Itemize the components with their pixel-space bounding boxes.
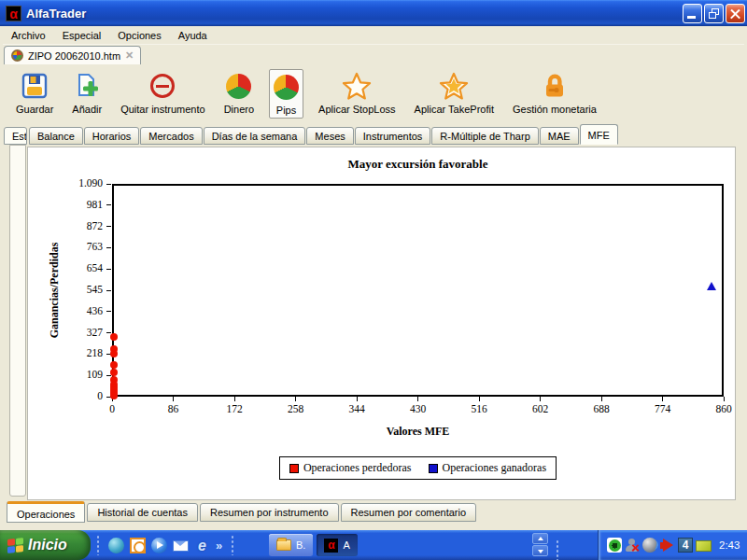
graphics-card-icon[interactable] (696, 540, 712, 552)
tab-horarios[interactable]: Horarios (84, 127, 140, 145)
app-logo-icon: α (6, 6, 21, 21)
y-tick-label: 0 (54, 390, 103, 401)
y-tick (106, 247, 111, 248)
x-tick (662, 397, 663, 401)
tab-mae[interactable]: MAE (540, 127, 579, 145)
gestion-monetaria-button[interactable]: Gestión monetaria (509, 69, 600, 117)
grip-handle[interactable] (96, 535, 100, 555)
guardar-button[interactable]: Guardar (12, 69, 57, 117)
data-point-operaciones-ganadoras (707, 282, 716, 290)
restore-button[interactable] (704, 4, 724, 23)
pips-button[interactable]: Pips (269, 69, 303, 119)
quitar-instrumento-button[interactable]: Quitar instrumento (117, 69, 208, 117)
tab-instrumentos[interactable]: Instrumentos (355, 127, 431, 145)
taskbar-button-b[interactable]: B. (269, 534, 313, 556)
tab-mercados[interactable]: Mercados (140, 127, 202, 145)
x-tick-label: 86 (153, 403, 194, 414)
y-tick-label: 872 (54, 220, 103, 231)
quicklaunch-overflow-chevron[interactable]: » (216, 539, 222, 553)
title-bar: α AlfaTrader (0, 0, 747, 26)
antivirus-eye-icon[interactable] (607, 538, 622, 553)
x-tick (234, 397, 235, 401)
legend-item-operaciones-ganadoras: Operaciones ganadoras (429, 461, 547, 475)
volume-horn-icon[interactable] (660, 538, 675, 553)
y-tick (106, 269, 111, 270)
x-tick-label: 602 (520, 403, 561, 414)
offline-user-icon[interactable] (625, 538, 640, 553)
x-tick (173, 397, 174, 401)
menu-opciones[interactable]: Opciones (109, 28, 169, 43)
close-button[interactable] (726, 4, 745, 23)
data-point-operaciones-perdedoras (110, 350, 118, 357)
menu-especial[interactable]: Especial (54, 28, 110, 43)
start-button[interactable]: Inicio (0, 530, 91, 560)
y-tick-label: 545 (54, 284, 103, 295)
y-tick (106, 184, 111, 185)
document-tab[interactable]: ZIPO 20062010.htm ✕ (4, 46, 141, 64)
document-tab-label: ZIPO 20062010.htm (28, 50, 120, 62)
anadir-button[interactable]: Añadir (68, 69, 106, 117)
x-tick (479, 397, 480, 401)
tab-balance[interactable]: Balance (29, 127, 83, 145)
aplicar-stoploss-button[interactable]: Aplicar StopLoss (315, 69, 400, 117)
view-tab-bar: EstBalanceHorariosMercadosDías de la sem… (3, 124, 744, 145)
x-tick-label: 430 (398, 403, 439, 414)
menu-archivo[interactable]: Archivo (3, 28, 54, 43)
sphere-icon[interactable] (108, 538, 124, 553)
taskbar-buttons: B. α A (269, 534, 358, 556)
tab-meses[interactable]: Meses (306, 127, 353, 145)
data-point-operaciones-perdedoras (110, 361, 118, 369)
tab-historial-de-cuentas[interactable]: Historial de cuentas (87, 503, 198, 522)
x-tick (540, 397, 541, 401)
y-tick (106, 226, 111, 227)
grip-handle[interactable] (231, 535, 234, 555)
menu-bar: Archivo Especial Opciones Ayuda (3, 26, 744, 45)
y-tick-label: 1.090 (54, 177, 103, 189)
tab-resumen-por-instrumento[interactable]: Resumen por instrumento (200, 503, 339, 522)
chart-legend: Operaciones perdedorasOperaciones ganado… (112, 456, 724, 480)
media-player-icon[interactable] (151, 538, 167, 553)
y-tick-label: 109 (54, 369, 103, 380)
minimize-button[interactable] (683, 4, 702, 23)
start-button-label: Inicio (28, 537, 67, 553)
internet-explorer-icon[interactable]: e (194, 538, 210, 553)
taskbar-button-alfatrader[interactable]: α A (317, 534, 357, 556)
x-tick-label: 172 (214, 403, 255, 414)
x-tick (295, 397, 296, 401)
y-tick-label: 436 (54, 305, 103, 316)
chart-title: Mayor excursión favorable (112, 157, 724, 172)
document-tab-row: ZIPO 20062010.htm ✕ (3, 45, 744, 64)
scroll-down-button[interactable] (532, 545, 548, 556)
folder-icon (276, 539, 291, 551)
legend-swatch (289, 464, 299, 473)
dinero-button[interactable]: Dinero (220, 69, 258, 117)
star-filled-icon (439, 71, 469, 101)
pie-chart-icon (274, 72, 299, 102)
menu-ayuda[interactable]: Ayuda (170, 28, 216, 43)
chart-panel: Mayor excursión favorable Ganancias/Perd… (27, 147, 736, 500)
x-tick-label: 688 (581, 403, 622, 414)
padlock-icon (541, 71, 569, 101)
tab-est[interactable]: Est (4, 127, 27, 145)
x-tick-label: 0 (92, 403, 133, 414)
tab-mfe[interactable]: MFE (580, 124, 618, 145)
tab-dias-de-la-semana[interactable]: Días de la semana (204, 127, 306, 145)
tab-operaciones[interactable]: Operaciones (7, 501, 85, 523)
system-tray: 4 2:43 (598, 530, 747, 560)
y-tick-label: 218 (54, 347, 103, 358)
document-tab-close-icon[interactable]: ✕ (125, 49, 134, 62)
grip-handle[interactable] (556, 539, 559, 560)
remove-circle-icon (150, 71, 175, 101)
scroll-up-button[interactable] (532, 533, 548, 544)
y-tick (106, 311, 111, 312)
y-tick (106, 332, 111, 333)
content-area: Mayor excursión favorable Ganancias/Perd… (3, 145, 744, 501)
tab-resumen-por-comentario[interactable]: Resumen por comentario (341, 503, 477, 522)
aplicar-takeprofit-button[interactable]: Aplicar TakeProfit (411, 69, 498, 117)
speaker-orb-icon[interactable] (642, 538, 657, 553)
tab-r-multiple-de-tharp[interactable]: R-Múltiple de Tharp (431, 127, 538, 145)
windows-flag-icon (7, 538, 23, 553)
numbered-4-icon[interactable]: 4 (678, 538, 693, 553)
clock-launcher-icon[interactable] (130, 538, 146, 553)
mail-icon[interactable] (173, 540, 189, 552)
